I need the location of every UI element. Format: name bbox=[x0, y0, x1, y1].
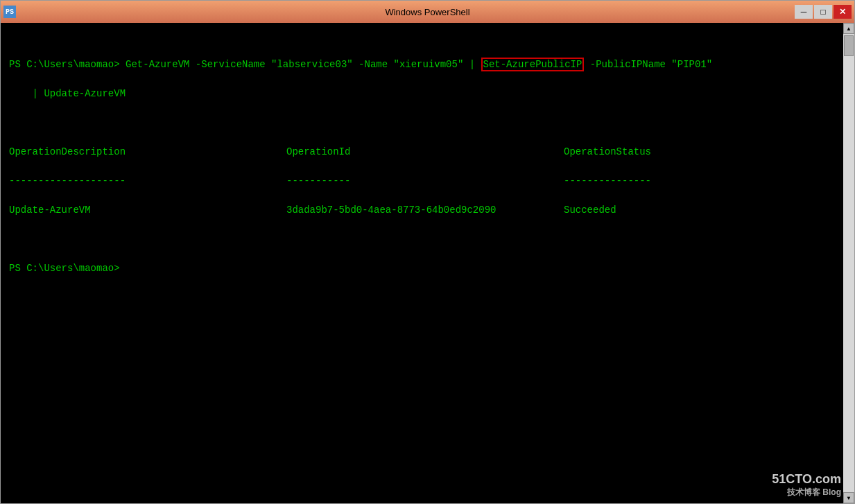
scroll-thumb[interactable] bbox=[844, 35, 854, 56]
table-row-1: Update-AzureVM3dada9b7-5bd0-4aea-8773-64… bbox=[9, 203, 835, 218]
col1-sep: -------------------- bbox=[9, 174, 286, 189]
scroll-track[interactable] bbox=[843, 34, 854, 492]
command-line-1: PS C:\Users\maomao> Get-AzureVM -Service… bbox=[9, 58, 835, 72]
title-bar: PS Windows PowerShell ─ □ ✕ bbox=[1, 1, 854, 23]
scrollbar[interactable]: ▲ ▼ bbox=[843, 23, 854, 503]
title-bar-controls: ─ □ ✕ bbox=[795, 5, 852, 19]
table-header: OperationDescriptionOperationIdOperation… bbox=[9, 145, 835, 159]
col1-header: OperationDescription bbox=[9, 145, 286, 159]
terminal[interactable]: PS C:\Users\maomao> Get-AzureVM -Service… bbox=[1, 23, 843, 503]
scroll-down-arrow[interactable]: ▼ bbox=[843, 492, 854, 503]
watermark-line2: 技术博客 Blog bbox=[772, 487, 841, 498]
scroll-up-arrow[interactable]: ▲ bbox=[843, 23, 854, 34]
col3-sep: --------------- bbox=[564, 175, 651, 186]
col2-sep: ----------- bbox=[286, 174, 564, 189]
watermark-line1: 51CTO.com bbox=[772, 471, 841, 487]
col3-header: OperationStatus bbox=[564, 146, 651, 157]
command-suffix: -PublicIPName "PIP01" bbox=[584, 59, 712, 70]
command-prefix: PS C:\Users\maomao> Get-AzureVM -Service… bbox=[9, 59, 481, 70]
command-line-2: | Update-AzureVM bbox=[9, 87, 835, 101]
close-button[interactable]: ✕ bbox=[834, 5, 852, 19]
window-title: Windows PowerShell bbox=[385, 7, 469, 17]
blank-line-2 bbox=[9, 232, 835, 247]
prompt-line: PS C:\Users\maomao> bbox=[9, 261, 835, 276]
blank-line-1 bbox=[9, 116, 835, 130]
window: PS Windows PowerShell ─ □ ✕ PS C:\Users\… bbox=[0, 0, 855, 504]
watermark: 51CTO.com 技术博客 Blog bbox=[772, 471, 841, 498]
highlighted-command: Set-AzurePublicIP bbox=[481, 58, 585, 71]
table-separator: ----------------------------------------… bbox=[9, 174, 835, 189]
title-bar-left: PS bbox=[3, 6, 16, 18]
col3-val: Succeeded bbox=[564, 205, 616, 216]
col1-val: Update-AzureVM bbox=[9, 203, 286, 218]
col2-header: OperationId bbox=[286, 145, 564, 159]
maximize-button[interactable]: □ bbox=[814, 5, 832, 19]
window-icon: PS bbox=[3, 6, 16, 18]
minimize-button[interactable]: ─ bbox=[795, 5, 813, 19]
col2-val: 3dada9b7-5bd0-4aea-8773-64b0ed9c2090 bbox=[286, 203, 564, 218]
content-area: PS C:\Users\maomao> Get-AzureVM -Service… bbox=[1, 23, 854, 503]
